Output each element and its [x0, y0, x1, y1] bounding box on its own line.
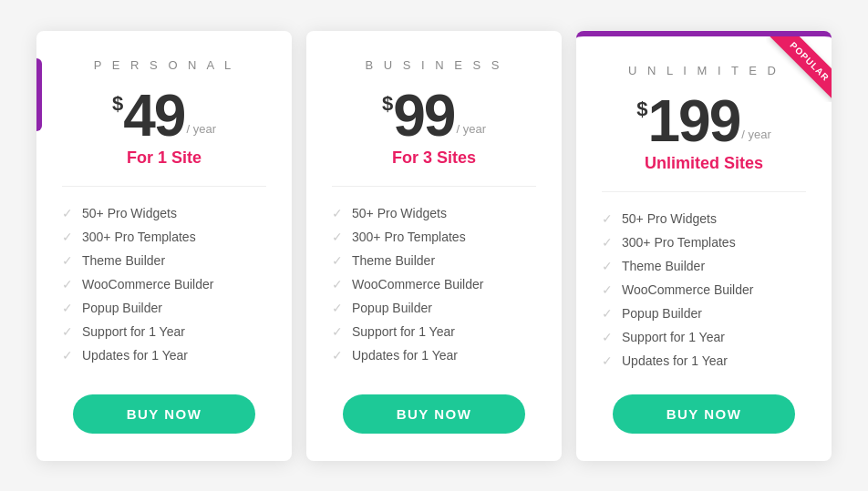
- feature-text: Updates for 1 Year: [352, 348, 458, 363]
- price-period: / year: [186, 122, 216, 136]
- check-icon: ✓: [62, 324, 73, 339]
- check-icon: ✓: [332, 277, 343, 292]
- check-icon: ✓: [332, 324, 343, 339]
- buy-now-button-business[interactable]: BUY NOW: [343, 394, 525, 434]
- check-icon: ✓: [332, 348, 343, 363]
- check-icon: ✓: [62, 301, 73, 315]
- feature-text: Theme Builder: [352, 253, 435, 268]
- feature-text: 300+ Pro Templates: [622, 235, 736, 250]
- feature-text: 50+ Pro Widgets: [622, 211, 717, 226]
- check-icon: ✓: [332, 230, 343, 244]
- features-list-personal: ✓50+ Pro Widgets✓300+ Pro Templates✓Them…: [62, 201, 266, 373]
- check-icon: ✓: [332, 206, 343, 220]
- feature-item: ✓50+ Pro Widgets: [62, 201, 266, 225]
- price-dollar-sign: $: [636, 99, 647, 119]
- feature-item: ✓WooCommerce Builder: [332, 272, 536, 296]
- feature-item: ✓Support for 1 Year: [332, 320, 536, 343]
- plan-subtitle-business: For 3 Sites: [392, 148, 476, 168]
- check-icon: ✓: [602, 259, 613, 273]
- feature-item: ✓Popup Builder: [602, 302, 806, 325]
- check-icon: ✓: [602, 330, 613, 344]
- plan-name-unlimited: U N L I M I T E D: [628, 64, 780, 77]
- check-icon: ✓: [602, 282, 613, 297]
- feature-text: WooCommerce Builder: [82, 277, 213, 292]
- check-icon: ✓: [62, 348, 73, 363]
- feature-text: 50+ Pro Widgets: [352, 206, 447, 220]
- feature-text: Updates for 1 Year: [82, 348, 188, 363]
- feature-text: WooCommerce Builder: [622, 282, 753, 297]
- price-block-business: $99/ year: [382, 87, 486, 145]
- feature-text: Theme Builder: [82, 253, 165, 268]
- feature-item: ✓Updates for 1 Year: [332, 343, 536, 367]
- feature-item: ✓50+ Pro Widgets: [332, 201, 536, 225]
- divider: [62, 186, 266, 187]
- feature-item: ✓WooCommerce Builder: [62, 272, 266, 296]
- feature-text: Popup Builder: [622, 306, 702, 321]
- pricing-card-business: B U S I N E S S$99/ yearFor 3 Sites✓50+ …: [306, 31, 562, 461]
- feature-item: ✓WooCommerce Builder: [602, 278, 806, 302]
- price-period: / year: [741, 128, 771, 141]
- price-period: / year: [456, 122, 486, 136]
- price-amount-unlimited: 199: [647, 92, 739, 150]
- feature-item: ✓300+ Pro Templates: [332, 225, 536, 249]
- feature-item: ✓Support for 1 Year: [62, 320, 266, 343]
- price-dollar-sign: $: [382, 94, 393, 114]
- check-icon: ✓: [602, 211, 613, 226]
- feature-text: 50+ Pro Widgets: [82, 206, 177, 220]
- feature-text: WooCommerce Builder: [352, 277, 483, 292]
- feature-text: Support for 1 Year: [82, 324, 185, 339]
- check-icon: ✓: [62, 253, 73, 268]
- pricing-card-unlimited: POPULARU N L I M I T E D$199/ yearUnlimi…: [576, 31, 832, 461]
- purple-accent-bar: [36, 58, 42, 131]
- price-amount-personal: 49: [123, 87, 184, 145]
- feature-item: ✓Theme Builder: [602, 254, 806, 278]
- feature-text: Support for 1 Year: [622, 330, 725, 344]
- feature-item: ✓Updates for 1 Year: [62, 343, 266, 367]
- feature-text: Support for 1 Year: [352, 324, 455, 339]
- pricing-container: P E R S O N A L$49/ yearFor 1 Site✓50+ P…: [0, 13, 868, 479]
- price-dollar-sign: $: [112, 94, 123, 114]
- plan-name-personal: P E R S O N A L: [94, 58, 234, 72]
- price-amount-business: 99: [393, 87, 454, 145]
- price-block-personal: $49/ year: [112, 87, 216, 145]
- feature-item: ✓300+ Pro Templates: [602, 230, 806, 254]
- price-block-unlimited: $199/ year: [636, 92, 771, 150]
- check-icon: ✓: [62, 277, 73, 292]
- feature-text: 300+ Pro Templates: [352, 230, 466, 244]
- divider: [332, 186, 536, 187]
- feature-text: Theme Builder: [622, 259, 705, 273]
- check-icon: ✓: [62, 206, 73, 220]
- divider: [602, 191, 806, 192]
- check-icon: ✓: [332, 253, 343, 268]
- feature-text: Popup Builder: [352, 301, 432, 315]
- check-icon: ✓: [62, 230, 73, 244]
- pricing-card-personal: P E R S O N A L$49/ yearFor 1 Site✓50+ P…: [36, 31, 292, 461]
- check-icon: ✓: [602, 306, 613, 321]
- feature-item: ✓Popup Builder: [62, 296, 266, 320]
- buy-now-button-personal[interactable]: BUY NOW: [73, 394, 255, 434]
- popular-badge-label: POPULAR: [770, 36, 832, 101]
- buy-now-button-unlimited[interactable]: BUY NOW: [613, 394, 795, 434]
- features-list-unlimited: ✓50+ Pro Widgets✓300+ Pro Templates✓Them…: [602, 207, 806, 373]
- feature-item: ✓Updates for 1 Year: [602, 349, 806, 373]
- plan-name-business: B U S I N E S S: [365, 58, 502, 72]
- feature-item: ✓Theme Builder: [332, 249, 536, 272]
- feature-item: ✓Popup Builder: [332, 296, 536, 320]
- features-list-business: ✓50+ Pro Widgets✓300+ Pro Templates✓Them…: [332, 201, 536, 373]
- feature-text: Popup Builder: [82, 301, 162, 315]
- check-icon: ✓: [602, 235, 613, 250]
- feature-item: ✓Theme Builder: [62, 249, 266, 272]
- feature-text: 300+ Pro Templates: [82, 230, 196, 244]
- feature-item: ✓Support for 1 Year: [602, 325, 806, 349]
- popular-badge: POPULAR: [766, 36, 832, 102]
- feature-text: Updates for 1 Year: [622, 353, 728, 368]
- plan-subtitle-personal: For 1 Site: [127, 148, 202, 168]
- check-icon: ✓: [332, 301, 343, 315]
- feature-item: ✓50+ Pro Widgets: [602, 207, 806, 230]
- check-icon: ✓: [602, 353, 613, 368]
- plan-subtitle-unlimited: Unlimited Sites: [645, 154, 763, 173]
- feature-item: ✓300+ Pro Templates: [62, 225, 266, 249]
